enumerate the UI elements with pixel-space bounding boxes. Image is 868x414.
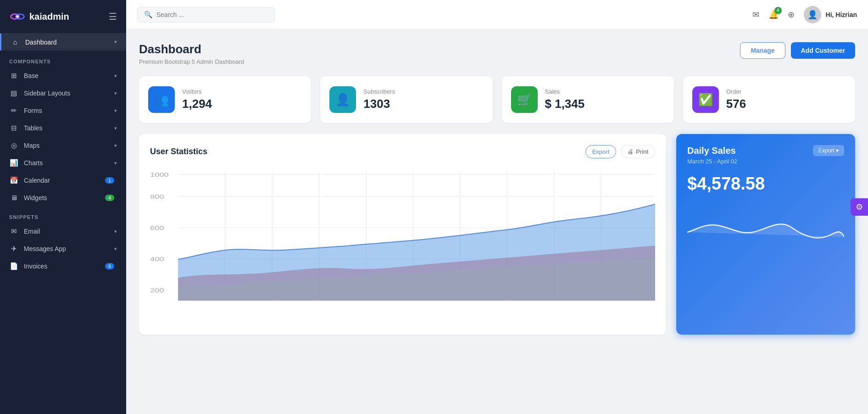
daily-sales-header: Daily Sales Export ▾ xyxy=(687,145,844,156)
main-area: 🔍 ✉ 🔔 4 ⊕ 👤 Hi, Hizrian xyxy=(126,0,868,414)
chevron-icon: ▾ xyxy=(114,229,117,235)
components-section-label: COMPONENTS xyxy=(0,50,126,67)
sidebar-item-dashboard[interactable]: ⌂ Dashboard ▾ xyxy=(0,34,126,50)
calendar-badge: 1 xyxy=(105,177,114,184)
search-icon: 🔍 xyxy=(144,11,153,19)
notification-button[interactable]: 🔔 4 xyxy=(768,10,779,20)
order-value: 576 xyxy=(726,97,746,111)
stat-card-sales: 🛒 Sales $ 1,345 xyxy=(502,76,674,123)
snippets-section-label: SNIPPETS xyxy=(0,206,126,223)
order-icon-box: ✅ xyxy=(692,86,719,113)
sales-label: Sales xyxy=(545,88,585,95)
order-icon: ✅ xyxy=(698,93,713,107)
order-data: Order 576 xyxy=(726,88,746,111)
sidebar-calendar-label: Calendar xyxy=(24,177,105,184)
logo-mark: kaiadmin xyxy=(9,8,69,25)
chevron-icon: ▾ xyxy=(114,246,117,252)
sales-value: $ 1,345 xyxy=(545,97,585,111)
gear-icon: ⚙ xyxy=(856,202,863,212)
user-statistics-card: User Statistics Export 🖨 Print 1000 800 xyxy=(139,134,666,335)
stat-card-order: ✅ Order 576 xyxy=(683,76,855,123)
sidebar-item-invoices[interactable]: 📄 Invoices 6 xyxy=(0,257,126,275)
sidebar-base-label: Base xyxy=(24,72,114,79)
chevron-icon: ▾ xyxy=(114,108,117,114)
sidebar-layouts-icon: ▤ xyxy=(9,89,18,97)
subscribers-icon-box: 👤 xyxy=(329,86,356,113)
layers-icon: ⊕ xyxy=(788,10,795,19)
sidebar-item-email[interactable]: ✉ Email ▾ xyxy=(0,223,126,240)
user-statistics-chart: 1000 800 600 400 200 xyxy=(150,168,655,324)
greeting-text: Hi, xyxy=(826,11,836,18)
chart-svg: 1000 800 600 400 200 xyxy=(150,168,655,324)
chevron-icon: ▾ xyxy=(114,143,117,149)
visitors-data: Visitors 1,294 xyxy=(182,88,212,111)
sidebar-item-forms[interactable]: ✏ Forms ▾ xyxy=(0,102,126,119)
bottom-row: User Statistics Export 🖨 Print 1000 800 xyxy=(139,134,855,335)
page-header: Dashboard Premium Bootstrap 5 Admin Dash… xyxy=(139,42,855,65)
print-button[interactable]: 🖨 Print xyxy=(621,145,655,158)
tables-icon: ⊟ xyxy=(9,124,18,132)
logo-text: kaiadmin xyxy=(29,11,69,22)
page-header-actions: Manage Add Customer xyxy=(740,42,855,59)
search-input[interactable] xyxy=(156,11,268,18)
subscribers-value: 1303 xyxy=(363,97,395,111)
sidebar-charts-label: Charts xyxy=(24,159,114,167)
stat-card-visitors: 👥 Visitors 1,294 xyxy=(139,76,311,123)
page-title-group: Dashboard Premium Bootstrap 5 Admin Dash… xyxy=(139,42,244,65)
sidebar-item-sidebar-layouts[interactable]: ▤ Sidebar Layouts ▾ xyxy=(0,84,126,102)
chevron-icon: ▾ xyxy=(114,160,117,166)
page-subtitle: Premium Bootstrap 5 Admin Dashboard xyxy=(139,58,244,65)
sidebar-item-base[interactable]: ⊞ Base ▾ xyxy=(0,67,126,84)
order-label: Order xyxy=(726,88,746,95)
sidebar-forms-label: Forms xyxy=(24,107,114,114)
user-info[interactable]: 👤 Hi, Hizrian xyxy=(804,6,857,23)
calendar-icon: 📅 xyxy=(9,176,18,185)
export-button[interactable]: Export xyxy=(585,145,617,158)
charts-icon: 📊 xyxy=(9,159,18,167)
sidebar-item-widgets[interactable]: 🖥 Widgets 4 xyxy=(0,189,126,206)
content-area: Dashboard Premium Bootstrap 5 Admin Dash… xyxy=(126,29,868,414)
daily-sales-period: March 25 - April 02 xyxy=(687,158,844,165)
layers-button[interactable]: ⊕ xyxy=(788,10,795,20)
daily-sales-card: Daily Sales Export ▾ March 25 - April 02… xyxy=(676,134,855,335)
subscribers-icon: 👤 xyxy=(335,93,350,107)
topbar-icons: ✉ 🔔 4 ⊕ 👤 Hi, Hizrian xyxy=(752,6,857,23)
sales-icon: 🛒 xyxy=(517,93,532,107)
subscribers-label: Subscribers xyxy=(363,88,395,95)
svg-text:800: 800 xyxy=(150,194,164,200)
visitors-label: Visitors xyxy=(182,88,212,95)
sales-icon-box: 🛒 xyxy=(511,86,538,113)
widgets-icon: 🖥 xyxy=(9,194,18,201)
daily-sales-line xyxy=(687,224,844,238)
forms-icon: ✏ xyxy=(9,106,18,115)
maps-icon: ◎ xyxy=(9,141,18,150)
sidebar-layouts-label: Sidebar Layouts xyxy=(24,90,114,97)
chevron-icon: ▾ xyxy=(114,125,117,131)
search-box[interactable]: 🔍 xyxy=(137,7,275,22)
svg-text:600: 600 xyxy=(150,225,164,231)
chart-card-header: User Statistics Export 🖨 Print xyxy=(150,145,655,158)
widgets-badge: 4 xyxy=(105,195,114,201)
stat-card-subscribers: 👤 Subscribers 1303 xyxy=(320,76,492,123)
sidebar-dashboard-label: Dashboard xyxy=(25,39,114,46)
sidebar-item-maps[interactable]: ◎ Maps ▾ xyxy=(0,137,126,154)
logo-icon xyxy=(9,8,26,25)
sidebar: kaiadmin ☰ ⌂ Dashboard ▾ COMPONENTS ⊞ Ba… xyxy=(0,0,126,414)
sidebar-messages-label: Messages App xyxy=(24,245,114,252)
hamburger-icon[interactable]: ☰ xyxy=(109,11,117,22)
mail-button[interactable]: ✉ xyxy=(752,10,759,20)
invoices-badge: 6 xyxy=(105,263,114,269)
svg-text:200: 200 xyxy=(150,287,164,293)
sidebar-item-charts[interactable]: 📊 Charts ▾ xyxy=(0,154,126,172)
daily-sales-export-button[interactable]: Export ▾ xyxy=(813,145,844,156)
sidebar-item-calendar[interactable]: 📅 Calendar 1 xyxy=(0,172,126,189)
manage-button[interactable]: Manage xyxy=(740,42,785,59)
sidebar-item-tables[interactable]: ⊟ Tables ▾ xyxy=(0,119,126,137)
sidebar-item-messages[interactable]: ✈ Messages App ▾ xyxy=(0,240,126,257)
chevron-icon: ▾ xyxy=(114,39,117,45)
settings-gear-button[interactable]: ⚙ xyxy=(851,198,868,216)
add-customer-button[interactable]: Add Customer xyxy=(791,42,855,59)
avatar: 👤 xyxy=(804,6,821,23)
user-greeting: Hi, Hizrian xyxy=(826,11,857,18)
svg-text:400: 400 xyxy=(150,256,164,262)
